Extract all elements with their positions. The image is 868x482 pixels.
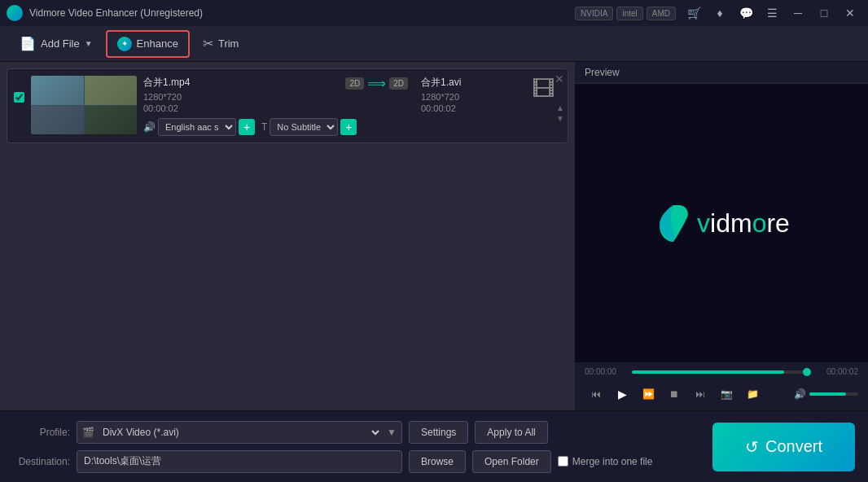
subtitle-select[interactable]: No Subtitle: [270, 118, 338, 136]
nvidia-badge: NVIDIA: [575, 7, 613, 20]
titlebar: Vidmore Video Enhancer (Unregistered) NV…: [0, 0, 868, 26]
gpu-badges: NVIDIA intel AMD: [575, 7, 676, 20]
bottom-bar: Profile: 🎬 DivX Video (*.avi) ▼ Settings…: [0, 410, 868, 482]
preview-header: Preview: [575, 62, 868, 84]
add-file-icon: 📄: [20, 36, 36, 51]
close-button[interactable]: ✕: [839, 2, 861, 24]
progress-thumb: [803, 368, 811, 376]
player-controls: 00:00:00 00:00:02 ⏮ ▶ ⏩ ⏹ ⏭ 📷 📁 🔊: [575, 362, 868, 410]
add-file-button[interactable]: 📄 Add File ▼: [10, 31, 103, 56]
convert-arrow-icon: ⟹: [367, 76, 386, 91]
logo-text: vidmore: [697, 208, 790, 239]
output-duration: 00:00:02: [421, 103, 519, 113]
enhance-icon: ✦: [117, 37, 132, 51]
progress-track[interactable]: [632, 370, 811, 374]
convert-arrow-area: 2D ⟹ 2D: [339, 76, 414, 91]
profile-select-wrapper: 🎬 DivX Video (*.avi) ▼: [77, 421, 402, 444]
film-icon: 🎞: [532, 76, 555, 103]
volume-wrapper: 🔊: [794, 388, 858, 400]
thumb-4: [85, 106, 138, 135]
preview-video: vidmore: [575, 84, 868, 362]
file-item-close-button[interactable]: ✕: [555, 72, 564, 85]
subtitle-icon: T: [261, 121, 267, 133]
destination-input[interactable]: D:\tools\桌面\运营: [77, 450, 402, 473]
destination-label: Destination:: [13, 456, 70, 467]
source-filename: 合并1.mp4: [143, 76, 332, 90]
audio-icon: 🔊: [143, 121, 156, 133]
merge-checkbox-label[interactable]: Merge into one file: [558, 456, 653, 467]
time-start: 00:00:00: [585, 367, 625, 376]
app-logo: [7, 5, 23, 21]
source-resolution: 1280*720: [143, 92, 332, 102]
merge-label: Merge into one file: [572, 456, 653, 467]
open-folder-button[interactable]: Open Folder: [472, 450, 551, 473]
toolbar: 📄 Add File ▼ ✦ Enhance ✂ Trim: [0, 26, 868, 62]
file-checkbox[interactable]: [14, 92, 24, 103]
file-thumbnail: [31, 76, 137, 134]
skip-back-button[interactable]: ⏮: [585, 383, 607, 405]
volume-icon: 🔊: [794, 388, 806, 400]
add-audio-button[interactable]: +: [239, 119, 255, 135]
user-icon[interactable]: ♦: [708, 2, 731, 24]
media-options: 🔊 English aac s + T No Subtitle +: [143, 118, 332, 136]
snapshot-button[interactable]: 📷: [715, 383, 738, 405]
stop-button[interactable]: ⏹: [663, 383, 686, 405]
convert-button[interactable]: ↺ Convert: [712, 423, 855, 471]
titlebar-controls: 🛒 ♦ 💬 ☰ ─ □ ✕: [682, 2, 861, 24]
thumb-3: [31, 106, 84, 135]
trim-label: Trim: [218, 37, 239, 50]
fast-forward-button[interactable]: ⏩: [637, 383, 660, 405]
profile-arrow-icon: ▼: [382, 427, 401, 438]
file-item: 合并1.mp4 1280*720 00:00:02 🔊 English aac …: [7, 68, 568, 143]
add-file-arrow: ▼: [85, 39, 93, 48]
progress-bar-wrapper: 00:00:00 00:00:02: [585, 367, 858, 376]
time-end: 00:00:02: [818, 367, 858, 376]
vidmore-logo: vidmore: [653, 201, 790, 246]
output-resolution: 1280*720: [421, 92, 519, 102]
trim-button[interactable]: ✂ Trim: [193, 31, 249, 56]
play-button[interactable]: ▶: [611, 383, 633, 405]
scissors-icon: ✂: [203, 36, 213, 51]
subtitle-select-wrapper: T No Subtitle +: [261, 118, 357, 136]
merge-checkbox[interactable]: [558, 456, 568, 467]
convert-icon: ↺: [745, 437, 759, 457]
file-panel: 合并1.mp4 1280*720 00:00:02 🔊 English aac …: [0, 62, 575, 410]
maximize-button[interactable]: □: [813, 2, 835, 24]
apply-to-all-button[interactable]: Apply to All: [475, 421, 547, 444]
logo-leaf-svg: [653, 201, 694, 246]
destination-row: Destination: D:\tools\桌面\运营 Browse Open …: [13, 450, 703, 473]
amd-badge: AMD: [647, 7, 676, 20]
file-source-info: 合并1.mp4 1280*720 00:00:02 🔊 English aac …: [143, 76, 332, 136]
output-filename: 合并1.avi: [421, 76, 519, 90]
audio-select[interactable]: English aac s: [158, 118, 236, 136]
enhance-button[interactable]: ✦ Enhance: [106, 30, 190, 58]
profile-select[interactable]: DivX Video (*.avi): [99, 426, 382, 439]
minimize-button[interactable]: ─: [787, 2, 809, 24]
convert-label: Convert: [765, 437, 822, 456]
skip-forward-button[interactable]: ⏭: [689, 383, 712, 405]
volume-track[interactable]: [809, 392, 858, 396]
enhance-label: Enhance: [137, 37, 178, 50]
intel-badge: intel: [616, 7, 642, 20]
thumb-1: [31, 76, 84, 105]
expand-button[interactable]: ▲ ▼: [556, 103, 564, 123]
bottom-left: Profile: 🎬 DivX Video (*.avi) ▼ Settings…: [13, 421, 703, 473]
badge-2d-in: 2D: [345, 77, 364, 90]
browse-button[interactable]: Browse: [409, 450, 466, 473]
profile-label: Profile:: [13, 427, 70, 438]
folder-button[interactable]: 📁: [741, 383, 764, 405]
settings-button[interactable]: Settings: [409, 421, 468, 444]
chat-icon[interactable]: 💬: [734, 2, 757, 24]
badge-2d-out: 2D: [389, 77, 408, 90]
thumb-2: [85, 76, 138, 105]
menu-icon[interactable]: ☰: [761, 2, 783, 24]
app-title: Vidmore Video Enhancer (Unregistered): [29, 7, 575, 19]
progress-fill: [632, 370, 784, 374]
profile-row: Profile: 🎬 DivX Video (*.avi) ▼ Settings…: [13, 421, 703, 444]
cart-icon[interactable]: 🛒: [682, 2, 705, 24]
file-output-info: 合并1.avi 1280*720 00:00:02: [421, 76, 519, 115]
audio-select-wrapper: 🔊 English aac s +: [143, 118, 255, 136]
volume-fill: [809, 392, 846, 396]
add-subtitle-button[interactable]: +: [340, 119, 357, 135]
profile-icon: 🎬: [77, 427, 99, 438]
